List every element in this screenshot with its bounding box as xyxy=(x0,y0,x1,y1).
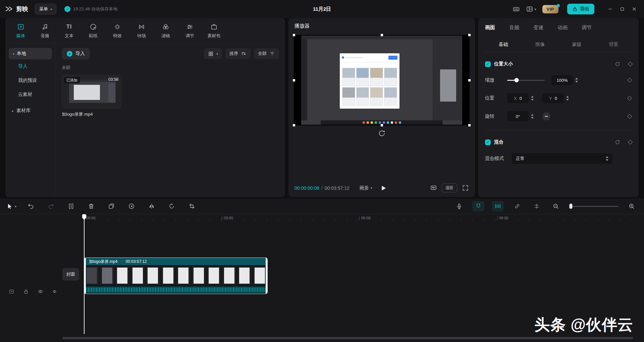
delete-button[interactable] xyxy=(86,201,97,212)
tab-text[interactable]: TI 文本 xyxy=(57,21,81,41)
rotate-button[interactable] xyxy=(166,201,177,212)
keyframe-diamond-icon[interactable] xyxy=(628,140,633,145)
resize-handle[interactable] xyxy=(468,34,471,36)
tab-filter[interactable]: 滤镜 xyxy=(154,21,178,41)
collapse-track-icon[interactable] xyxy=(9,289,14,294)
close-button[interactable] xyxy=(629,4,639,14)
tab-audio[interactable]: 音频 xyxy=(33,21,57,41)
shortcuts-keyboard-icon[interactable] xyxy=(513,5,520,13)
preview-quality-icon[interactable] xyxy=(430,184,437,191)
tab-sticker[interactable]: 贴纸 xyxy=(81,21,105,41)
scale-value-field[interactable]: 100% xyxy=(551,75,573,85)
subtab-basic[interactable]: 基础 xyxy=(485,42,522,48)
rotate-stepper[interactable] xyxy=(531,114,534,119)
split-button[interactable] xyxy=(65,201,77,212)
reset-icon[interactable] xyxy=(614,61,621,67)
resize-handle[interactable] xyxy=(468,79,471,81)
subtab-mask[interactable]: 蒙版 xyxy=(558,42,595,48)
sidebar-item-local[interactable]: ▾ 本地 xyxy=(9,48,52,59)
crop-button[interactable] xyxy=(186,201,198,212)
playhead[interactable] xyxy=(84,214,85,334)
slider-knob[interactable] xyxy=(515,78,519,82)
tab-transition[interactable]: 转场 xyxy=(129,21,154,41)
tab-media[interactable]: 媒体 xyxy=(9,21,33,41)
freeze-frame-button[interactable] xyxy=(106,201,117,212)
resize-handle[interactable] xyxy=(293,79,295,81)
linkage-toggle[interactable] xyxy=(511,201,523,211)
rotate-knob[interactable] xyxy=(542,112,550,120)
video-preview[interactable] xyxy=(294,35,470,125)
tab-animation[interactable]: 动画 xyxy=(557,24,568,31)
mirror-button[interactable] xyxy=(146,201,157,212)
zoom-out-button[interactable] xyxy=(550,201,561,212)
select-tool-dropdown[interactable]: ▾ xyxy=(7,203,16,210)
undo-button[interactable] xyxy=(25,201,37,212)
media-clip-card[interactable]: 已添加 03:58 加logo录屏.mp4 xyxy=(62,75,121,117)
sidebar-item-cloud[interactable]: 云素材 xyxy=(9,88,52,102)
keyframe-diamond-icon[interactable] xyxy=(627,114,632,119)
minimize-button[interactable] xyxy=(605,4,615,14)
export-button[interactable]: 导出 xyxy=(567,4,594,14)
resize-handle[interactable] xyxy=(293,34,295,36)
resize-handle[interactable] xyxy=(468,124,471,126)
view-mode-dropdown[interactable]: ▾ xyxy=(204,48,222,59)
blend-checkbox[interactable]: ✓ xyxy=(485,139,491,145)
tab-effects[interactable]: 特效 xyxy=(105,21,129,41)
position-x-stepper[interactable] xyxy=(531,96,534,101)
resize-handle[interactable] xyxy=(293,124,295,126)
subtab-background[interactable]: 背景 xyxy=(595,42,632,48)
auto-snap-toggle[interactable] xyxy=(492,201,504,211)
subtab-cutout[interactable]: 抠像 xyxy=(522,42,559,48)
redo-button[interactable] xyxy=(45,201,57,212)
play-button[interactable] xyxy=(380,184,387,192)
tab-audio-props[interactable]: 音频 xyxy=(509,24,519,31)
fit-button[interactable]: 适应 xyxy=(442,183,457,192)
sidebar-item-presets[interactable]: 我的预设 xyxy=(9,73,52,88)
tab-adjust-props[interactable]: 调节 xyxy=(582,24,592,31)
quality-dropdown[interactable]: 画质 ▾ xyxy=(360,185,372,191)
layout-switch-button[interactable]: ▾ xyxy=(526,5,536,13)
rotate-handle-icon[interactable] xyxy=(378,129,386,137)
clip-thumbnail[interactable]: 已添加 03:58 xyxy=(62,75,121,108)
resize-handle[interactable] xyxy=(381,124,383,126)
zoom-in-button[interactable] xyxy=(626,201,637,212)
import-button[interactable]: + 导入 xyxy=(62,48,90,59)
mute-track-speaker-icon[interactable] xyxy=(52,289,58,294)
timeline-zoom-slider[interactable] xyxy=(569,206,619,207)
blend-mode-dropdown[interactable]: 正常 xyxy=(512,153,612,164)
position-y-field[interactable]: Y 0 xyxy=(542,93,564,103)
tab-adjust[interactable]: 调节 xyxy=(178,21,202,41)
project-title[interactable]: 11月2日 xyxy=(313,6,331,12)
timeline-clip[interactable]: 加logo录屏.mp4 00:03:57:12 xyxy=(84,258,267,294)
tab-material-pack[interactable]: 素材包 xyxy=(202,21,226,41)
timeline-tracks[interactable]: 00:00 03:00 06:00 09:00 封面 加logo录屏.mp4 0… xyxy=(0,214,644,342)
time-ruler[interactable]: 00:00 03:00 06:00 09:00 xyxy=(0,215,644,223)
record-voiceover-button[interactable] xyxy=(453,201,465,212)
sidebar-item-library[interactable]: ▸ 素材库 xyxy=(9,104,52,118)
rotate-value-field[interactable]: 0° xyxy=(507,111,529,121)
filter-all-button[interactable]: 全部 xyxy=(254,48,279,59)
horizontal-scrollbar[interactable] xyxy=(62,337,633,339)
tab-speed[interactable]: 变速 xyxy=(533,24,543,31)
vip-badge[interactable]: VIP xyxy=(542,5,558,13)
sort-button[interactable]: 排序 xyxy=(225,48,251,59)
scale-stepper[interactable] xyxy=(575,78,578,82)
scale-slider[interactable] xyxy=(507,80,545,81)
tab-picture[interactable]: 画面 xyxy=(485,24,495,31)
position-x-field[interactable]: X 0 xyxy=(507,93,529,103)
hide-track-eye-icon[interactable] xyxy=(38,289,43,294)
maximize-button[interactable] xyxy=(617,4,627,14)
menu-button[interactable]: 菜单 ▾ xyxy=(35,4,56,14)
zoom-slider-knob[interactable] xyxy=(570,204,573,209)
position-y-stepper[interactable] xyxy=(566,96,569,101)
keyframe-diamond-icon[interactable] xyxy=(627,96,632,101)
fullscreen-icon[interactable] xyxy=(462,184,469,191)
main-track-magnet-toggle[interactable] xyxy=(472,201,484,211)
sidebar-item-import[interactable]: 导入 xyxy=(9,59,52,73)
keyframe-diamond-icon[interactable] xyxy=(628,62,633,66)
preview-axis-toggle[interactable] xyxy=(531,201,543,211)
resize-handle[interactable] xyxy=(381,34,383,36)
reverse-button[interactable] xyxy=(126,201,137,212)
position-size-checkbox[interactable]: ✓ xyxy=(485,61,491,67)
blend-mode-stepper[interactable] xyxy=(606,156,608,161)
